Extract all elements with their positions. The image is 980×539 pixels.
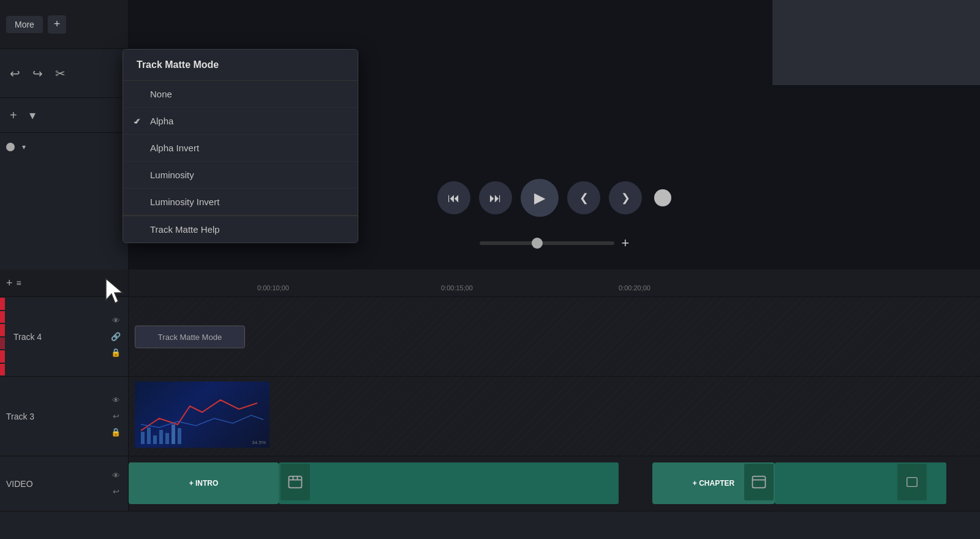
dropdown-alpha-label: Alpha xyxy=(150,116,173,126)
redo-button[interactable]: ↪ xyxy=(29,62,47,85)
clip-icon-start xyxy=(281,464,310,500)
zoom-plus-icon[interactable]: + xyxy=(622,235,630,251)
dropdown-help-label: Track Matte Help xyxy=(150,224,220,235)
snap-indicator xyxy=(6,143,15,151)
video-undo-icon[interactable]: ↩ xyxy=(110,486,122,498)
zoom-thumb[interactable] xyxy=(532,238,543,249)
svg-rect-6 xyxy=(165,433,169,444)
svg-rect-2 xyxy=(141,432,145,444)
timeline-add-button[interactable]: + xyxy=(6,277,13,290)
video-track-row: VIDEO 👁 ↩ + INTRO + CHAPTER xyxy=(0,456,980,511)
record-indicator xyxy=(654,189,671,206)
track3-label: Track 3 xyxy=(6,412,34,421)
add-button[interactable]: + xyxy=(48,15,66,34)
dropdown-item-alpha[interactable]: ✓ Alpha xyxy=(123,108,358,135)
svg-rect-7 xyxy=(172,424,175,444)
video-eye-icon[interactable]: 👁 xyxy=(110,470,122,482)
track4-row: Track 4 👁 🔗 🔒 Track Matte Mode xyxy=(0,297,980,377)
track4-lock-icon[interactable]: 🔒 xyxy=(110,347,122,359)
rewind-button[interactable]: ⏮ xyxy=(437,181,470,214)
ruler-ts-1: 0:00:10;00 xyxy=(257,284,289,292)
track3-row: Track 3 👁 ↩ 🔒 xyxy=(0,377,980,456)
add-track-button[interactable]: + xyxy=(6,105,21,126)
svg-rect-3 xyxy=(147,428,151,444)
dropdown-item-luminosity-invert[interactable]: Luminosity Invert xyxy=(123,189,358,216)
prev-button[interactable]: ❮ xyxy=(567,181,600,214)
dropdown-item-alpha-invert[interactable]: Alpha Invert xyxy=(123,135,358,162)
svg-rect-8 xyxy=(178,428,181,444)
dropdown-alpha-invert-label: Alpha Invert xyxy=(150,143,199,153)
video-track-label: VIDEO xyxy=(6,479,33,489)
svg-rect-13 xyxy=(753,477,766,488)
dropdown-title: Track Matte Mode xyxy=(123,50,358,81)
dropdown-luminosity-label: Luminosity xyxy=(150,170,194,180)
track3-undo-icon[interactable]: ↩ xyxy=(110,410,122,423)
dropdown-luminosity-invert-label: Luminosity Invert xyxy=(150,197,219,207)
track4-eye-icon[interactable]: 👁 xyxy=(110,315,122,327)
main-video-clip[interactable] xyxy=(279,462,619,504)
next-button[interactable]: ❯ xyxy=(609,181,642,214)
svg-rect-9 xyxy=(289,477,302,488)
ruler-ts-3: 0:00:20;00 xyxy=(619,284,650,292)
track3-eye-icon[interactable]: 👁 xyxy=(110,394,122,407)
svg-rect-15 xyxy=(907,478,918,487)
transport-controls: ⏮ ⏭ ▶ ❮ ❯ xyxy=(437,179,671,217)
timeline-settings-button[interactable]: ≡ xyxy=(17,278,21,288)
intro-clip[interactable]: + INTRO xyxy=(129,462,279,504)
preview-thumbnail xyxy=(772,0,980,86)
snap-chevron[interactable]: ▾ xyxy=(18,139,29,155)
track3-video-thumb: 34.5% xyxy=(135,382,270,448)
clip-icon-post-chapter xyxy=(897,464,927,500)
dropdown-item-none[interactable]: None xyxy=(123,81,358,108)
svg-rect-5 xyxy=(159,430,163,444)
track-matte-dropdown: Track Matte Mode None ✓ Alpha Alpha Inve… xyxy=(123,49,358,243)
track3-lock-icon[interactable]: 🔒 xyxy=(110,426,122,439)
track4-link-icon[interactable]: 🔗 xyxy=(110,331,122,343)
chevron-down-button[interactable]: ▾ xyxy=(26,104,39,126)
undo-button[interactable]: ↩ xyxy=(6,62,24,85)
dropdown-item-luminosity[interactable]: Luminosity xyxy=(123,162,358,189)
dropdown-item-track-matte-help[interactable]: Track Matte Help xyxy=(123,216,358,243)
more-button[interactable]: More xyxy=(6,16,43,33)
timeline-ruler: + ≡ for(let i=0;i<1400;i+=30){ document.… xyxy=(0,270,980,297)
svg-rect-4 xyxy=(153,435,157,444)
cut-button[interactable]: ✂ xyxy=(51,62,69,85)
ruler-ts-2: 0:00:15;00 xyxy=(441,284,473,292)
zoom-bar: + xyxy=(480,235,630,251)
checkmark-icon: ✓ xyxy=(134,116,141,126)
track-matte-chip[interactable]: Track Matte Mode xyxy=(135,325,245,348)
track4-label: Track 4 xyxy=(13,332,42,342)
clip-icon-chapter-start xyxy=(744,464,774,500)
play-button[interactable]: ▶ xyxy=(521,179,559,217)
dropdown-none-label: None xyxy=(150,89,172,99)
track4-red-bars xyxy=(0,297,5,376)
step-forward-button[interactable]: ⏭ xyxy=(479,181,512,214)
